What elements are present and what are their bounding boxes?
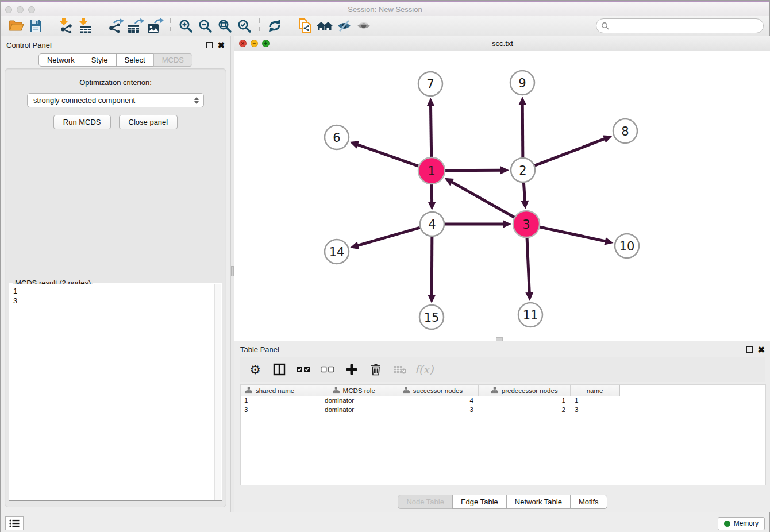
zoom-in-icon[interactable]	[176, 17, 195, 34]
table-cell[interactable]: 1	[571, 396, 620, 406]
search-field[interactable]	[596, 18, 764, 33]
table-cell[interactable]: 1	[241, 396, 321, 406]
float-table-panel-icon[interactable]	[746, 346, 753, 353]
refresh-icon[interactable]	[265, 17, 284, 34]
task-history-button[interactable]	[5, 516, 24, 530]
save-session-icon[interactable]	[26, 17, 45, 34]
network-window-titlebar: × − + scc.txt	[234, 36, 770, 51]
table-cell[interactable]: 3	[241, 406, 321, 415]
splitter-grip[interactable]	[231, 266, 234, 276]
table-cell[interactable]: 4	[387, 396, 479, 406]
delete-column-icon[interactable]	[368, 361, 384, 377]
table-cell[interactable]: 1	[479, 396, 571, 406]
column-type-icon	[403, 387, 410, 394]
export-table-icon[interactable]	[126, 17, 145, 34]
panel-splitter[interactable]	[230, 36, 234, 512]
toolbar-separator	[101, 18, 101, 33]
control-panel: Control Panel ✖ NetworkStyleSelectMCDS O…	[1, 36, 230, 512]
memory-button[interactable]: Memory	[718, 517, 765, 530]
dropdown-stepper-icon	[194, 97, 200, 104]
edge-3-10[interactable]	[540, 227, 606, 241]
edge-arrowhead	[525, 292, 533, 301]
import-network-icon[interactable]	[56, 17, 76, 34]
close-panel-button[interactable]: Close panel	[119, 115, 178, 129]
close-table-panel-icon[interactable]: ✖	[757, 346, 765, 353]
node-label-15: 15	[424, 311, 440, 325]
titlebar: Session: New Session	[1, 1, 769, 16]
run-mcds-button[interactable]: Run MCDS	[53, 115, 111, 129]
network-graph[interactable]: 7968124314101511	[234, 51, 770, 341]
close-panel-icon[interactable]: ✖	[217, 42, 225, 48]
float-panel-icon[interactable]	[206, 42, 213, 48]
network-view[interactable]: 7968124314101511	[234, 51, 770, 341]
node-table-body: 1dominator4113dominator323	[241, 396, 765, 415]
control-panel-tabs: NetworkStyleSelectMCDS	[1, 53, 230, 67]
column-header-predecessor-nodes[interactable]: predecessor nodes	[479, 385, 571, 396]
zoom-out-icon[interactable]	[195, 17, 215, 34]
zoom-fit-icon[interactable]	[215, 17, 234, 34]
node-label-6: 6	[333, 131, 340, 145]
search-input[interactable]	[612, 22, 759, 30]
edge-1-6[interactable]	[357, 144, 418, 166]
optimization-criterion-label: Optimization criterion:	[5, 78, 226, 87]
column-header-shared-name[interactable]: shared name	[241, 385, 321, 396]
column-type-icon	[333, 387, 340, 394]
column-header-mcds-role[interactable]: MCDS role	[321, 385, 387, 396]
tab-edge-table[interactable]: Edge Table	[452, 495, 507, 509]
edge-2-3[interactable]	[523, 183, 525, 202]
edge-3-1[interactable]	[451, 182, 514, 217]
gear-icon[interactable]: ⚙	[247, 361, 263, 377]
table-tabs: Node TableEdge TableNetwork TableMotifs	[234, 495, 770, 509]
edge-1-7[interactable]	[430, 105, 431, 157]
export-network-icon[interactable]	[106, 17, 126, 34]
tab-node-table[interactable]: Node Table	[398, 495, 453, 509]
open-file-icon[interactable]	[6, 17, 26, 34]
column-header-successor-nodes[interactable]: successor nodes	[387, 385, 479, 396]
add-column-icon[interactable]	[344, 361, 360, 377]
table-cell[interactable]: 3	[387, 406, 479, 415]
edge-arrowhead	[604, 237, 613, 245]
control-panel-header: Control Panel ✖	[1, 36, 230, 53]
edge-2-9[interactable]	[522, 104, 523, 157]
criterion-dropdown-value: strongly connected component	[33, 96, 194, 105]
show-all-icon[interactable]	[354, 17, 374, 34]
node-label-3: 3	[522, 218, 530, 232]
edge-4-14[interactable]	[357, 228, 420, 246]
tab-select[interactable]: Select	[116, 53, 154, 67]
edge-4-15[interactable]	[432, 237, 432, 296]
node-table: shared nameMCDS rolesuccessor nodesprede…	[240, 384, 766, 485]
tab-network[interactable]: Network	[38, 53, 83, 67]
list-icon	[9, 518, 20, 529]
table-toolbar: ⚙ f(x)	[240, 357, 765, 382]
deselect-all-rows-icon[interactable]	[319, 361, 336, 377]
export-image-icon[interactable]	[145, 17, 165, 34]
tab-motifs[interactable]: Motifs	[570, 495, 607, 509]
tab-network-table[interactable]: Network Table	[506, 495, 571, 509]
edge-3-11[interactable]	[527, 238, 529, 294]
table-panel: Table Panel ✖ ⚙	[234, 341, 770, 512]
table-cell[interactable]: 2	[479, 406, 571, 415]
edge-2-8[interactable]	[535, 138, 606, 165]
table-row[interactable]: 1dominator411	[241, 396, 765, 406]
tab-style[interactable]: Style	[83, 53, 117, 67]
table-cell[interactable]: 3	[571, 406, 620, 415]
edge-1-2[interactable]	[445, 170, 502, 171]
node-label-11: 11	[523, 309, 538, 322]
criterion-dropdown[interactable]: strongly connected component	[27, 93, 204, 107]
hide-selected-icon[interactable]	[334, 17, 354, 34]
table-cell[interactable]: dominator	[321, 396, 387, 406]
zoom-selected-icon[interactable]	[234, 17, 254, 34]
edge-arrowhead	[503, 220, 511, 228]
new-network-from-selection-icon[interactable]	[295, 17, 315, 34]
table-row[interactable]: 3dominator323	[241, 406, 765, 415]
columns-icon[interactable]	[271, 361, 287, 377]
table-cell[interactable]: dominator	[321, 406, 387, 415]
home-icon[interactable]	[315, 17, 334, 34]
select-all-rows-icon[interactable]	[295, 361, 311, 377]
column-header-name[interactable]: name	[571, 385, 619, 396]
node-label-1: 1	[428, 164, 435, 178]
edge-arrowhead	[350, 241, 359, 249]
import-table-icon[interactable]	[76, 17, 95, 34]
mcds-result-scrollbar[interactable]	[214, 284, 221, 500]
tab-mcds[interactable]: MCDS	[153, 53, 192, 67]
